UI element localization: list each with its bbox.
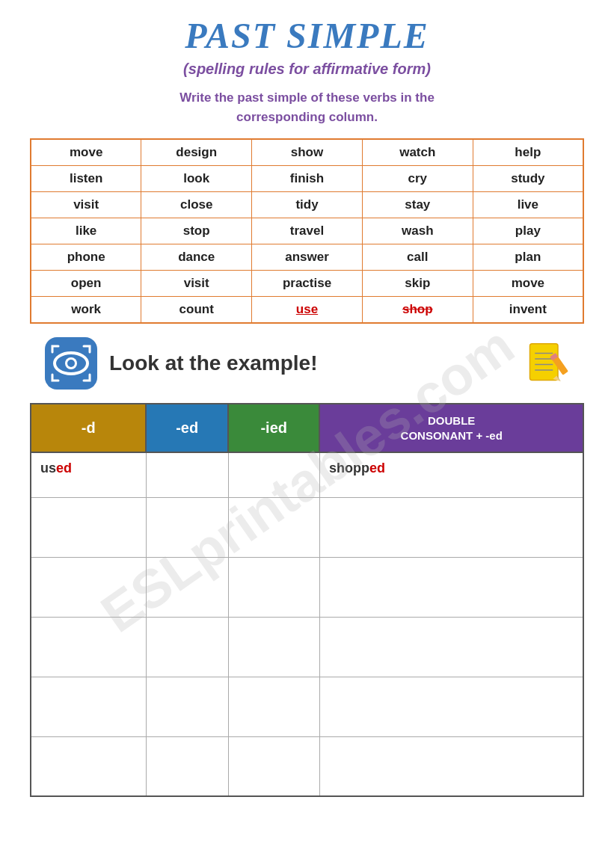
table-row: work count use shop invent: [31, 297, 583, 324]
answer-row: [31, 557, 583, 617]
answer-cell[interactable]: [31, 617, 146, 677]
table-row: open visit practise skip move: [31, 271, 583, 297]
word-cell strikethrough-cell: shop: [362, 297, 473, 324]
word-cell: plan: [473, 244, 583, 271]
instruction: Write the past simple of these verbs in …: [30, 88, 584, 126]
example-text: Look at the example!: [109, 351, 318, 375]
pencil-icon: [524, 341, 569, 386]
word-cell: practise: [252, 271, 363, 297]
answer-cell[interactable]: [228, 557, 319, 617]
answer-cell[interactable]: [228, 677, 319, 736]
answer-cell[interactable]: [319, 497, 583, 557]
word-cell: cry: [362, 166, 473, 192]
answer-row: [31, 497, 583, 557]
word-cell: close: [141, 192, 252, 218]
answer-cell[interactable]: [31, 557, 146, 617]
col-d-header: -d: [31, 404, 146, 452]
word-cell: wash: [362, 218, 473, 244]
example-row: used shopped: [31, 452, 583, 497]
example-left: Look at the example!: [45, 337, 318, 390]
subtitle: (spelling rules for affirmative form): [30, 61, 584, 78]
answer-row: [31, 677, 583, 736]
word-cell: like: [31, 218, 141, 244]
word-cell: skip: [362, 271, 473, 297]
word-cell: invent: [473, 297, 583, 324]
col-ed-header: -ed: [146, 404, 228, 452]
word-cell: look: [141, 166, 252, 192]
word-cell: phone: [31, 244, 141, 271]
answer-cell[interactable]: [146, 677, 228, 736]
word-cell: visit: [31, 192, 141, 218]
answer-cell[interactable]: [146, 736, 228, 796]
eye-icon: [45, 337, 97, 390]
word-cell: design: [141, 139, 252, 166]
answer-cell[interactable]: [146, 617, 228, 677]
table-row: like stop travel wash play: [31, 218, 583, 244]
word-cell: study: [473, 166, 583, 192]
word-cell: count: [141, 297, 252, 324]
word-cell: tidy: [252, 192, 363, 218]
word-cell red-text: use: [252, 297, 363, 324]
used-example: used: [31, 452, 146, 497]
word-cell: show: [252, 139, 363, 166]
answer-table: -d -ed -ied DOUBLECONSONANT + -ed used s…: [30, 403, 584, 797]
shopped-word: shopped: [329, 461, 385, 475]
answer-row: [31, 617, 583, 677]
answer-table-header: -d -ed -ied DOUBLECONSONANT + -ed: [31, 404, 583, 452]
answer-cell[interactable]: [31, 497, 146, 557]
shopped-example: shopped: [319, 452, 583, 497]
answer-cell[interactable]: [319, 677, 583, 736]
answer-cell[interactable]: [228, 497, 319, 557]
answer-cell[interactable]: [319, 617, 583, 677]
word-cell: work: [31, 297, 141, 324]
answer-cell[interactable]: [228, 736, 319, 796]
answer-cell[interactable]: [31, 677, 146, 736]
answer-cell[interactable]: [228, 617, 319, 677]
col-double-header: DOUBLECONSONANT + -ed: [319, 404, 583, 452]
word-cell: travel: [252, 218, 363, 244]
word-cell: stay: [362, 192, 473, 218]
word-cell: answer: [252, 244, 363, 271]
table-row: visit close tidy stay live: [31, 192, 583, 218]
word-cell: stop: [141, 218, 252, 244]
word-grid: move design show watch help listen look …: [30, 138, 584, 324]
word-cell: finish: [252, 166, 363, 192]
word-cell: move: [31, 139, 141, 166]
table-row: phone dance answer call plan: [31, 244, 583, 271]
example-section: Look at the example!: [30, 337, 584, 390]
word-cell: help: [473, 139, 583, 166]
word-cell: call: [362, 244, 473, 271]
svg-point-4: [67, 360, 75, 367]
ed-example: [146, 452, 228, 497]
ied-example: [228, 452, 319, 497]
word-cell: visit: [141, 271, 252, 297]
word-cell: play: [473, 218, 583, 244]
answer-cell[interactable]: [146, 557, 228, 617]
table-row: move design show watch help: [31, 139, 583, 166]
word-cell: dance: [141, 244, 252, 271]
word-cell: open: [31, 271, 141, 297]
table-row: listen look finish cry study: [31, 166, 583, 192]
page-title: PAST SIMPLE: [30, 15, 584, 56]
word-cell: live: [473, 192, 583, 218]
word-cell: move: [473, 271, 583, 297]
col-ied-header: -ied: [228, 404, 319, 452]
answer-cell[interactable]: [319, 736, 583, 796]
answer-cell[interactable]: [31, 736, 146, 796]
answer-cell[interactable]: [146, 497, 228, 557]
used-word: used: [40, 461, 72, 475]
word-cell: listen: [31, 166, 141, 192]
word-cell: watch: [362, 139, 473, 166]
answer-cell[interactable]: [319, 557, 583, 617]
answer-row: [31, 736, 583, 796]
